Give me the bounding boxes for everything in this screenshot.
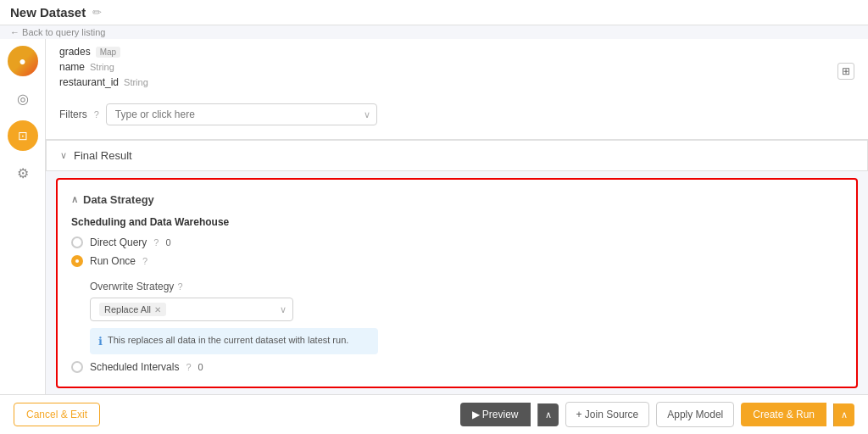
overwrite-label: Overwrite Strategy ? <box>90 281 843 292</box>
sidebar: ● ◎ ⊡ ⚙ <box>0 39 46 394</box>
overwrite-strategy-section: Overwrite Strategy ? Replace All ✕ <box>90 281 843 354</box>
final-result-section[interactable]: ∨ Final Result <box>46 140 868 171</box>
create-run-button[interactable]: Create & Run <box>741 403 826 426</box>
scheduled-intervals-help-icon[interactable]: ? <box>186 362 191 372</box>
scheduled-intervals-radio[interactable] <box>71 361 83 373</box>
scheduling-label: Scheduling and Data Warehouse <box>71 216 843 228</box>
direct-query-option[interactable]: Direct Query ? 0 <box>71 236 843 248</box>
run-once-option[interactable]: Run Once ? <box>71 255 843 267</box>
join-source-button[interactable]: + Join Source <box>565 402 650 427</box>
preview-chevron-button[interactable]: ∧ <box>537 403 559 426</box>
data-strategy-chevron-icon[interactable]: ∧ <box>71 194 78 205</box>
content-area: grades Map name String restaurant_id Str… <box>46 39 868 394</box>
sidebar-icon-2[interactable]: ◎ <box>8 83 38 114</box>
cancel-exit-button[interactable]: Cancel & Exit <box>14 403 100 426</box>
sidebar-icon-1[interactable]: ● <box>8 46 38 76</box>
edit-icon[interactable]: ✏ <box>92 6 102 19</box>
data-strategy-title: ∧ Data Strategy <box>71 193 843 206</box>
info-icon: ℹ <box>98 335 103 348</box>
footer: Cancel & Exit ▶ Preview ∧ + Join Source … <box>0 394 868 434</box>
scheduling-section: Scheduling and Data Warehouse Direct Que… <box>71 216 843 373</box>
preview-button[interactable]: ▶ Preview <box>460 403 531 426</box>
create-run-chevron-button[interactable]: ∧ <box>833 403 854 426</box>
final-result-title: Final Result <box>74 149 132 162</box>
filters-row: Filters ? ∨ <box>59 103 854 125</box>
sidebar-icon-3[interactable]: ⊡ <box>8 120 38 151</box>
filter-input-wrapper: ∨ <box>106 103 377 125</box>
direct-query-count: 0 <box>165 237 170 248</box>
filters-help-icon[interactable]: ? <box>94 109 99 120</box>
page-title: New Dataset <box>10 5 86 19</box>
footer-right: ▶ Preview ∧ + Join Source Apply Model Cr… <box>460 402 854 427</box>
field-list: grades Map name String restaurant_id Str… <box>59 46 148 88</box>
top-panel: grades Map name String restaurant_id Str… <box>46 39 868 140</box>
apply-model-button[interactable]: Apply Model <box>656 402 734 427</box>
direct-query-help-icon[interactable]: ? <box>153 237 159 248</box>
scheduled-intervals-count: 0 <box>198 362 203 372</box>
back-link[interactable]: ← Back to query listing <box>0 25 868 39</box>
direct-query-radio[interactable] <box>71 236 83 248</box>
direct-query-label: Direct Query <box>90 236 147 248</box>
title-bar: New Dataset ✏ <box>0 0 868 25</box>
run-once-radio[interactable] <box>71 255 83 267</box>
remove-tag-button[interactable]: ✕ <box>154 305 161 314</box>
overwrite-select-wrapper: Replace All ✕ ∨ <box>90 298 293 321</box>
final-result-chevron-icon: ∨ <box>60 150 67 161</box>
data-strategy-panel: ∧ Data Strategy Scheduling and Data Ware… <box>56 178 858 388</box>
scheduled-intervals-label: Scheduled Intervals <box>90 361 179 373</box>
overwrite-select[interactable]: Replace All ✕ <box>90 298 293 321</box>
list-item: restaurant_id String <box>59 76 148 88</box>
add-field-button[interactable]: ⊞ <box>837 63 854 80</box>
radio-group: Direct Query ? 0 Run Once ? <box>71 236 843 373</box>
run-once-label: Run Once <box>90 255 136 267</box>
scheduled-intervals-option[interactable]: Scheduled Intervals ? 0 <box>71 361 843 373</box>
overwrite-help-icon[interactable]: ? <box>177 281 182 292</box>
run-once-help-icon[interactable]: ? <box>142 256 147 266</box>
sidebar-icon-4[interactable]: ⚙ <box>8 158 38 188</box>
info-text: This replaces all data in the current da… <box>108 335 348 345</box>
replace-all-tag: Replace All ✕ <box>99 303 166 316</box>
list-item: grades Map <box>59 46 148 58</box>
filter-input[interactable] <box>106 103 377 125</box>
info-box: ℹ This replaces all data in the current … <box>90 328 378 354</box>
filters-label: Filters <box>59 108 87 120</box>
list-item: name String <box>59 61 148 73</box>
